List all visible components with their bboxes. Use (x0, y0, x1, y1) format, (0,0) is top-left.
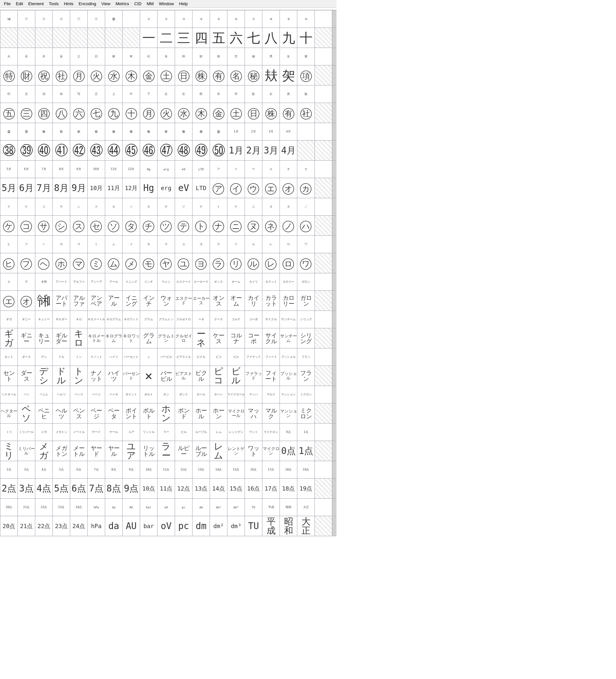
menu-file[interactable]: File (1, 1, 13, 7)
char-cell[interactable]: コルナ (228, 328, 245, 348)
menu-encoding[interactable]: Encoding (76, 1, 99, 7)
char-cell[interactable]: ㋨ (280, 216, 297, 236)
char-cell[interactable]: da (105, 516, 123, 536)
char-cell[interactable]: ㊔ (228, 65, 245, 86)
char-cell[interactable]: ペンス (70, 403, 88, 423)
char-cell[interactable]: ㊎ (210, 103, 228, 123)
char-cell[interactable] (18, 28, 35, 48)
char-cell[interactable]: キロ (70, 328, 88, 348)
char-cell[interactable]: 3月 (262, 140, 280, 161)
char-cell[interactable]: ㊐ (175, 65, 193, 86)
menu-metrics[interactable]: Metrics (113, 1, 132, 7)
char-cell[interactable]: 1月 (228, 140, 245, 161)
char-cell[interactable]: 2点 (0, 479, 18, 499)
char-cell[interactable]: アルファ (70, 291, 88, 311)
grid-container[interactable]: ㋿㋾㋽㋼㋻㋺㊿①②③④⑤⑥⑦⑧⑨⑩一二三四五六七八九十火水木金土日株有社名特財祝… (0, 10, 337, 536)
char-cell[interactable]: ㊽ (175, 140, 193, 161)
char-cell[interactable]: ㊺ (123, 140, 140, 161)
char-cell[interactable]: 21点 (18, 516, 35, 536)
char-cell[interactable]: ーネ (193, 328, 210, 348)
menu-hints[interactable]: Hints (61, 1, 76, 7)
char-cell[interactable]: ホール (193, 403, 210, 423)
char-cell[interactable]: 18点 (280, 479, 297, 499)
char-cell[interactable]: ㊌ (175, 103, 193, 123)
char-cell[interactable]: ガロン (297, 291, 315, 311)
char-cell[interactable]: ㋚ (35, 216, 53, 236)
char-cell[interactable]: クルゼイロ (175, 328, 193, 348)
char-cell[interactable]: メガトン (53, 441, 70, 461)
char-cell[interactable]: 七 (245, 28, 262, 48)
char-cell[interactable]: 6点 (70, 479, 88, 499)
char-cell[interactable]: ミリバール (18, 441, 35, 461)
char-cell[interactable]: ㊖ (18, 65, 35, 86)
char-cell[interactable]: 六 (228, 28, 245, 48)
char-cell[interactable]: 16点 (245, 479, 262, 499)
menu-element[interactable]: Element (26, 1, 46, 7)
char-cell[interactable]: 10月 (88, 178, 105, 198)
char-cell[interactable]: マイクロン (262, 441, 280, 461)
char-cell[interactable]: ㊂ (18, 103, 35, 123)
char-cell[interactable]: ㋔ (280, 178, 297, 198)
char-cell[interactable]: hPa (88, 516, 105, 536)
char-cell[interactable]: ペニヒ (35, 403, 53, 423)
char-cell[interactable]: ㋑ (228, 178, 245, 198)
char-cell[interactable]: ギガ (0, 328, 18, 348)
char-cell[interactable]: ホーン (210, 403, 228, 423)
char-cell[interactable]: ポイント (123, 403, 140, 423)
char-cell[interactable]: 3点 (18, 479, 35, 499)
char-cell[interactable]: ㋬ (35, 253, 53, 273)
char-cell[interactable]: イニング (123, 291, 140, 311)
char-cell[interactable]: ヤード (88, 441, 105, 461)
char-cell[interactable] (70, 28, 88, 48)
char-cell[interactable]: ㋓ (0, 291, 18, 311)
char-cell[interactable]: ナノット (88, 366, 105, 386)
char-cell[interactable]: ㋪ (0, 253, 18, 273)
char-cell[interactable]: レム (210, 441, 228, 461)
char-cell[interactable]: ㊿ (210, 140, 228, 161)
char-cell[interactable]: ㋱ (123, 253, 140, 273)
char-cell[interactable]: 八 (262, 28, 280, 48)
char-cell[interactable]: 㚙 (280, 65, 297, 86)
char-cell[interactable]: ㊍ (123, 65, 140, 86)
char-cell[interactable]: ㋿ (35, 291, 53, 311)
char-cell[interactable]: ルピー (175, 441, 193, 461)
char-cell[interactable]: ㊗ (35, 65, 53, 86)
char-cell[interactable]: Hg (140, 178, 158, 198)
char-cell[interactable]: メガ (35, 441, 53, 461)
char-cell[interactable]: ㊅ (70, 103, 88, 123)
char-cell[interactable]: ㋥ (228, 216, 245, 236)
char-cell[interactable]: フラン (297, 366, 315, 386)
char-cell[interactable]: ㊑ (193, 65, 210, 86)
char-cell[interactable]: 大正 (297, 516, 315, 536)
char-cell[interactable]: 2月 (245, 140, 262, 161)
char-cell[interactable]: ㋴ (175, 253, 193, 273)
char-cell[interactable]: リットル (140, 441, 158, 461)
char-cell[interactable]: dm (193, 516, 210, 536)
char-cell[interactable]: 7点 (88, 479, 105, 499)
char-cell[interactable]: ホン (158, 403, 175, 423)
char-cell[interactable]: 12点 (175, 479, 193, 499)
char-cell[interactable]: ㊓ (297, 103, 315, 123)
char-cell[interactable]: カイリ (245, 291, 262, 311)
char-cell[interactable]: 8月 (53, 178, 70, 198)
char-cell[interactable]: 二 (158, 28, 175, 48)
char-cell[interactable]: ページ (88, 403, 105, 423)
char-cell[interactable] (35, 28, 53, 48)
char-cell[interactable]: ルーブル (193, 441, 210, 461)
char-cell[interactable]: ㋵ (193, 253, 210, 273)
char-cell[interactable]: デシ (35, 366, 53, 386)
char-cell[interactable]: ㊹ (105, 140, 123, 161)
char-cell[interactable]: インチ (140, 291, 158, 311)
char-cell[interactable]: ㋰ (105, 253, 123, 273)
char-cell[interactable] (105, 28, 123, 48)
char-cell[interactable]: oV (158, 516, 175, 536)
menu-view[interactable]: View (99, 1, 113, 7)
char-cell[interactable]: ㊃ (35, 103, 53, 123)
char-cell[interactable]: 24点 (70, 516, 88, 536)
char-cell[interactable]: 十 (297, 28, 315, 48)
char-cell[interactable]: ㊑ (262, 103, 280, 123)
char-cell[interactable]: ギルダー (53, 328, 70, 348)
char-cell[interactable]: ㊍ (193, 103, 210, 123)
char-cell[interactable]: アパート (53, 291, 70, 311)
char-cell[interactable]: 19点 (297, 479, 315, 499)
